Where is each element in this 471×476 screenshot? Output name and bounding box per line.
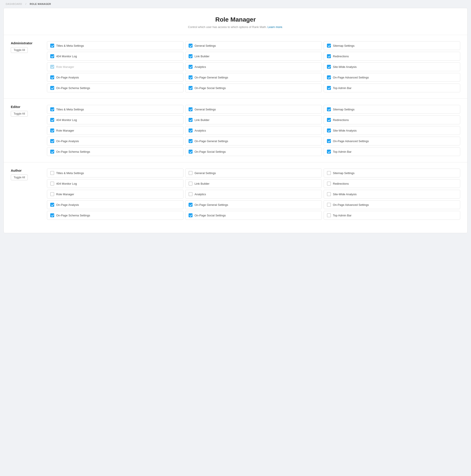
perm-item-editor-2[interactable]: Sitemap Settings [324, 105, 460, 114]
perm-item-author-8[interactable]: Site-Wide Analysis [324, 190, 460, 199]
perm-item-editor-4[interactable]: Link Builder [185, 116, 322, 124]
checkbox-author-2[interactable] [327, 171, 331, 175]
perm-item-editor-13[interactable]: On-Page Social Settings [185, 147, 322, 156]
checkbox-editor-0[interactable] [50, 107, 54, 111]
perm-item-administrator-12[interactable]: On-Page Schema Settings [47, 84, 184, 92]
perm-item-editor-6[interactable]: Role Manager [47, 126, 184, 135]
perm-item-editor-10[interactable]: On-Page General Settings [185, 137, 322, 145]
checkbox-administrator-11[interactable] [327, 75, 331, 79]
checkbox-author-1[interactable] [189, 171, 193, 175]
perm-item-author-6[interactable]: Role Manager [47, 190, 184, 199]
perm-label-administrator-10: On-Page General Settings [195, 76, 228, 79]
checkbox-administrator-12[interactable] [50, 86, 54, 90]
perm-item-administrator-14[interactable]: Top Admin Bar [324, 84, 460, 92]
perm-item-administrator-5[interactable]: Redirections [324, 52, 460, 61]
perm-item-administrator-0[interactable]: Titles & Meta Settings [47, 41, 184, 50]
checkbox-editor-2[interactable] [327, 107, 331, 111]
perm-item-administrator-1[interactable]: General Settings [185, 41, 322, 50]
checkbox-author-14[interactable] [327, 213, 331, 217]
checkbox-author-0[interactable] [50, 171, 54, 175]
checkbox-author-11[interactable] [327, 203, 331, 207]
perm-item-administrator-9[interactable]: On-Page Analysis [47, 73, 184, 82]
toggle-all-button-editor[interactable]: Toggle All [11, 111, 28, 117]
perm-item-author-5[interactable]: Redirections [324, 179, 460, 188]
perm-item-editor-11[interactable]: On-Page Advanced Settings [324, 137, 460, 145]
perm-item-author-9[interactable]: On-Page Analysis [47, 200, 184, 209]
role-section-editor: EditorToggle AllTitles & Meta SettingsGe… [4, 99, 467, 162]
checkbox-administrator-7[interactable] [189, 65, 193, 69]
perm-item-editor-14[interactable]: Top Admin Bar [324, 147, 460, 156]
perm-item-administrator-7[interactable]: Analytics [185, 62, 322, 71]
perm-item-editor-1[interactable]: General Settings [185, 105, 322, 114]
checkbox-editor-10[interactable] [189, 139, 193, 143]
perm-item-author-14[interactable]: Top Admin Bar [324, 211, 460, 220]
perm-item-author-2[interactable]: Sitemap Settings [324, 169, 460, 177]
perm-item-editor-8[interactable]: Site-Wide Analysis [324, 126, 460, 135]
perm-item-author-12[interactable]: On-Page Schema Settings [47, 211, 184, 220]
perm-item-administrator-2[interactable]: Sitemap Settings [324, 41, 460, 50]
toggle-all-button-author[interactable]: Toggle All [11, 174, 28, 180]
perm-item-administrator-11[interactable]: On-Page Advanced Settings [324, 73, 460, 82]
perm-item-administrator-13[interactable]: On-Page Social Settings [185, 84, 322, 92]
checkbox-editor-3[interactable] [50, 118, 54, 122]
checkbox-author-13[interactable] [189, 213, 193, 217]
perm-label-editor-11: On-Page Advanced Settings [333, 139, 369, 143]
checkbox-editor-5[interactable] [327, 118, 331, 122]
perm-item-author-4[interactable]: Link Builder [185, 179, 322, 188]
perm-item-author-10[interactable]: On-Page General Settings [185, 200, 322, 209]
checkbox-author-3[interactable] [50, 182, 54, 186]
checkbox-administrator-5[interactable] [327, 54, 331, 58]
checkbox-editor-1[interactable] [189, 107, 193, 111]
checkbox-administrator-1[interactable] [189, 44, 193, 48]
perm-item-editor-5[interactable]: Redirections [324, 116, 460, 124]
checkbox-editor-7[interactable] [189, 128, 193, 133]
checkbox-author-5[interactable] [327, 182, 331, 186]
checkbox-editor-11[interactable] [327, 139, 331, 143]
checkbox-author-9[interactable] [50, 203, 54, 207]
checkbox-editor-12[interactable] [50, 150, 54, 153]
checkbox-administrator-2[interactable] [327, 44, 331, 48]
checkbox-editor-4[interactable] [189, 118, 193, 122]
roles-container: AdministratorToggle AllTitles & Meta Set… [4, 35, 467, 226]
checkbox-author-4[interactable] [189, 182, 193, 186]
checkbox-administrator-4[interactable] [189, 54, 193, 58]
perm-item-editor-12[interactable]: On-Page Schema Settings [47, 147, 184, 156]
checkbox-editor-14[interactable] [327, 150, 331, 153]
checkbox-administrator-8[interactable] [327, 65, 331, 69]
perm-item-author-7[interactable]: Analytics [185, 190, 322, 199]
checkbox-administrator-0[interactable] [50, 44, 54, 48]
checkbox-author-10[interactable] [189, 203, 193, 207]
perm-label-editor-6: Role Manager [56, 129, 74, 132]
subtitle-period: . [282, 25, 283, 29]
perm-item-administrator-3[interactable]: 404 Monitor Log [47, 52, 184, 61]
checkbox-editor-8[interactable] [327, 128, 331, 133]
checkbox-administrator-14[interactable] [327, 86, 331, 90]
perm-item-editor-9[interactable]: On-Page Analysis [47, 137, 184, 145]
checkbox-editor-13[interactable] [189, 150, 193, 153]
perm-item-author-1[interactable]: General Settings [185, 169, 322, 177]
perm-item-editor-3[interactable]: 404 Monitor Log [47, 116, 184, 124]
checkbox-administrator-9[interactable] [50, 75, 54, 79]
toggle-all-button-administrator[interactable]: Toggle All [11, 47, 28, 53]
checkbox-author-6[interactable] [50, 192, 54, 196]
perm-item-editor-7[interactable]: Analytics [185, 126, 322, 135]
breadcrumb-dashboard[interactable]: DASHBOARD [6, 3, 22, 5]
perm-label-administrator-11: On-Page Advanced Settings [333, 76, 369, 79]
checkbox-author-8[interactable] [327, 192, 331, 196]
perm-item-author-0[interactable]: Titles & Meta Settings [47, 169, 184, 177]
checkbox-administrator-13[interactable] [189, 86, 193, 90]
checkbox-administrator-3[interactable] [50, 54, 54, 58]
perm-item-author-3[interactable]: 404 Monitor Log [47, 179, 184, 188]
perm-item-author-11[interactable]: On-Page Advanced Settings [324, 200, 460, 209]
perm-item-author-13[interactable]: On-Page Social Settings [185, 211, 322, 220]
checkbox-administrator-10[interactable] [189, 75, 193, 79]
checkbox-editor-9[interactable] [50, 139, 54, 143]
checkbox-editor-6[interactable] [50, 128, 54, 133]
checkbox-author-12[interactable] [50, 213, 54, 217]
learn-more-link[interactable]: Learn more [268, 25, 282, 29]
perm-item-editor-0[interactable]: Titles & Meta Settings [47, 105, 184, 114]
perm-item-administrator-10[interactable]: On-Page General Settings [185, 73, 322, 82]
checkbox-author-7[interactable] [189, 192, 193, 196]
perm-item-administrator-4[interactable]: Link Builder [185, 52, 322, 61]
perm-item-administrator-8[interactable]: Site-Wide Analysis [324, 62, 460, 71]
